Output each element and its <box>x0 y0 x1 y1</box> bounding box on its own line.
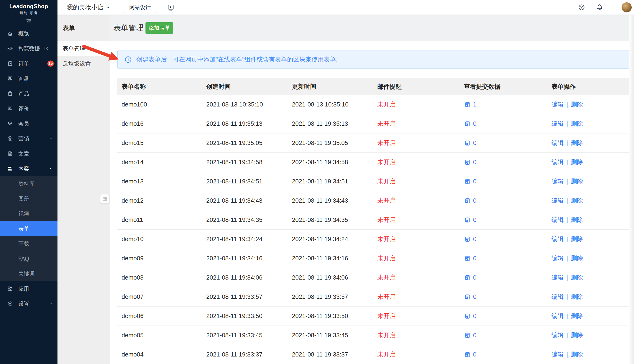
submissions-count-link[interactable]: 0 <box>473 120 476 127</box>
form-actions-cell: 编辑|删除 <box>551 350 629 358</box>
delete-link[interactable]: 删除 <box>571 236 583 242</box>
edit-link[interactable]: 编辑 <box>551 120 564 127</box>
edit-link[interactable]: 编辑 <box>551 158 564 166</box>
sidebar-item-marketing[interactable]: 营销 <box>0 131 58 146</box>
edit-link[interactable]: 编辑 <box>551 255 564 262</box>
delete-link[interactable]: 删除 <box>571 216 583 223</box>
delete-link[interactable]: 删除 <box>571 120 583 127</box>
delete-link[interactable]: 删除 <box>571 351 583 358</box>
actions-separator: | <box>566 236 568 242</box>
submissions-count-link[interactable]: 0 <box>473 158 476 166</box>
edit-link[interactable]: 编辑 <box>551 178 564 185</box>
sidebar-subitem-faq[interactable]: FAQ <box>0 251 58 266</box>
email-reminder-status: 未开启 <box>377 120 464 128</box>
user-avatar[interactable] <box>621 2 632 12</box>
panel-item-form-management[interactable]: 表单管理 <box>58 41 110 56</box>
sidebar-item-members[interactable]: 会员 <box>0 116 58 131</box>
actions-separator: | <box>566 332 568 339</box>
sidebar-subitem-videos[interactable]: 视频 <box>0 206 58 221</box>
edit-link[interactable]: 编辑 <box>551 293 564 300</box>
sidebar-subitem-albums[interactable]: 图册 <box>0 191 58 206</box>
panel-collapse-button[interactable] <box>100 194 110 204</box>
delete-link[interactable]: 删除 <box>571 158 583 166</box>
form-actions-cell: 编辑|删除 <box>551 100 629 108</box>
delete-link[interactable]: 删除 <box>571 178 583 185</box>
add-form-button[interactable]: 添加表单 <box>146 22 173 34</box>
notifications-bell-icon[interactable] <box>596 4 603 11</box>
sidebar-item-orders[interactable]: 订单 15 <box>0 56 58 71</box>
submissions-count-link[interactable]: 0 <box>473 236 476 243</box>
submissions-count-link[interactable]: 0 <box>473 332 476 339</box>
edit-link[interactable]: 编辑 <box>551 351 564 358</box>
created-time: 2021-08-11 19:33:45 <box>206 332 292 339</box>
site-design-button[interactable]: 网站设计 <box>123 2 157 13</box>
table-row: demo09 2021-08-11 19:34:16 2021-08-11 19… <box>117 249 629 268</box>
brand-logo: LeadongShop 领动·领售 <box>0 0 58 15</box>
email-reminder-status: 未开启 <box>377 139 464 147</box>
form-submissions-icon <box>464 351 471 358</box>
edit-link[interactable]: 编辑 <box>551 139 564 146</box>
view-submissions-cell: 0 <box>464 158 551 166</box>
delete-link[interactable]: 删除 <box>571 332 583 339</box>
edit-link[interactable]: 编辑 <box>551 216 564 223</box>
submissions-count-link[interactable]: 0 <box>473 255 476 262</box>
sidebar-collapse-icon[interactable] <box>26 18 32 25</box>
delete-link[interactable]: 删除 <box>571 312 583 320</box>
scroll-gutter[interactable] <box>629 15 634 364</box>
submissions-count-link[interactable]: 0 <box>473 216 476 224</box>
submissions-count-link[interactable]: 0 <box>473 312 476 320</box>
view-submissions-cell: 1 <box>464 101 551 108</box>
form-submissions-icon <box>464 120 471 127</box>
submissions-count-link[interactable]: 0 <box>473 274 476 281</box>
panel-item-anti-spam[interactable]: 反垃圾设置 <box>58 56 110 71</box>
submissions-count-link[interactable]: 0 <box>473 293 476 300</box>
submissions-count-link[interactable]: 0 <box>473 178 476 185</box>
submissions-count-link[interactable]: 1 <box>473 101 476 108</box>
form-actions-cell: 编辑|删除 <box>551 120 629 128</box>
delete-link[interactable]: 删除 <box>571 139 583 146</box>
updated-time: 2021-08-11 19:34:51 <box>292 178 377 185</box>
shop-selector[interactable]: 我的美妆小店 <box>67 0 111 15</box>
sidebar-item-overview[interactable]: 概览 <box>0 26 58 41</box>
table-row: demo100 2021-08-13 10:35:10 2021-08-13 1… <box>117 95 629 114</box>
delete-link[interactable]: 删除 <box>571 197 583 204</box>
submissions-count-link[interactable]: 0 <box>473 351 476 358</box>
sidebar-subitem-keywords[interactable]: 关键词 <box>0 266 58 281</box>
sidebar-item-products[interactable]: 产品 <box>0 86 58 101</box>
delete-link[interactable]: 删除 <box>571 255 583 262</box>
form-actions-cell: 编辑|删除 <box>551 158 629 166</box>
main-sidebar: LeadongShop 领动·领售 概览 智慧数据 订单 15 询盘 产品 评价 <box>0 0 58 364</box>
email-reminder-status: 未开启 <box>377 216 464 224</box>
delete-link[interactable]: 删除 <box>571 293 583 300</box>
sidebar-item-articles[interactable]: 文章 <box>0 146 58 161</box>
submissions-count-link[interactable]: 0 <box>473 139 476 146</box>
info-circle-icon <box>124 56 132 64</box>
edit-link[interactable]: 编辑 <box>551 312 564 320</box>
edit-link[interactable]: 编辑 <box>551 236 564 242</box>
edit-link[interactable]: 编辑 <box>551 101 564 108</box>
sidebar-item-content[interactable]: 内容 <box>0 161 58 176</box>
form-actions-cell: 编辑|删除 <box>551 293 629 301</box>
sidebar-item-settings[interactable]: 设置 <box>0 296 58 311</box>
updated-time: 2021-08-11 19:34:43 <box>292 197 377 204</box>
video-tutorial-icon[interactable] <box>167 4 175 11</box>
help-icon[interactable] <box>578 4 585 11</box>
edit-link[interactable]: 编辑 <box>551 274 564 281</box>
table-row: demo10 2021-08-11 19:34:24 2021-08-11 19… <box>117 230 629 249</box>
actions-separator: | <box>566 178 568 185</box>
edit-link[interactable]: 编辑 <box>551 332 564 339</box>
sidebar-subitem-downloads[interactable]: 下载 <box>0 236 58 251</box>
delete-link[interactable]: 删除 <box>571 274 583 281</box>
delete-link[interactable]: 删除 <box>571 101 583 108</box>
sidebar-subitem-library[interactable]: 资料库 <box>0 176 58 191</box>
actions-separator: | <box>566 158 568 166</box>
sidebar-item-apps[interactable]: 应用 <box>0 281 58 296</box>
sidebar-item-reviews[interactable]: 评价 <box>0 101 58 116</box>
submissions-count-link[interactable]: 0 <box>473 197 476 204</box>
sidebar-subitem-forms[interactable]: 表单 <box>0 221 58 236</box>
table-row: demo08 2021-08-11 19:34:06 2021-08-11 19… <box>117 268 629 287</box>
sidebar-item-smart-data[interactable]: 智慧数据 <box>0 41 58 56</box>
sidebar-item-inquiries[interactable]: 询盘 <box>0 71 58 86</box>
edit-link[interactable]: 编辑 <box>551 197 564 204</box>
column-header: 查看提交数据 <box>464 82 551 91</box>
